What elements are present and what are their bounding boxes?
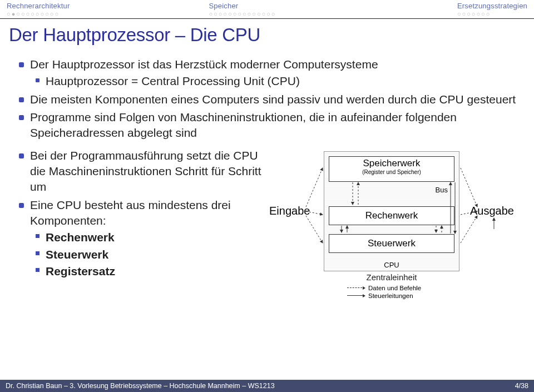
slide-title: Der Hauptprozessor – Die CPU (0, 24, 534, 57)
bullet-1-text: Der Hauptprozessor ist das Herzstück mod… (30, 58, 378, 71)
bullet-1-sub-1: Hauptprozessor = Central Processing Unit… (46, 73, 517, 89)
legend-1-text: Daten und Befehle (368, 285, 421, 291)
speicherwerk-box: Speicherwerk (Register und Speicher) (329, 156, 454, 182)
lower-row: Bei der Programmausführung setzt die CPU… (0, 143, 534, 301)
bullet-3: Programme sind Folgen von Maschineninstr… (30, 110, 517, 141)
legend-row-1: Daten und Befehle (347, 285, 421, 291)
nav-bar: Rechnerarchitektur ○●○○○○○○○○○ Speicher … (0, 0, 534, 17)
steuerwerk-box: Steuerwerk (329, 234, 454, 253)
footer: Dr. Christian Baun – 3. Vorlesung Betrie… (0, 380, 534, 392)
bullet-5-text: Eine CPU besteht aus mindestens drei Kom… (30, 199, 231, 227)
lower-right-col: Eingabe Ausgabe Speicherwerk (Register u… (264, 148, 523, 301)
bullet-5-sub-1: Rechenwerk (46, 230, 264, 245)
nav-section-2[interactable]: Speicher ○○○○○○○○○○○○○○ (70, 2, 457, 17)
dash-arrow-icon (347, 287, 365, 288)
bullet-5: Eine CPU besteht aus mindestens drei Kom… (30, 197, 264, 280)
bullet-5-sub-3: Registersatz (46, 264, 264, 279)
lower-left-col: Bei der Programmausführung setzt die CPU… (30, 148, 264, 282)
zentraleinheit-label: Zentraleinheit (324, 271, 459, 282)
top-divider (0, 18, 534, 19)
ausgabe-label: Ausgabe (470, 205, 514, 217)
legend-row-2: Steuerleitungen (347, 292, 421, 299)
speicherwerk-subtitle: (Register und Speicher) (329, 169, 454, 175)
nav-section-1[interactable]: Rechnerarchitektur ○●○○○○○○○○○ (7, 2, 70, 17)
speicherwerk-title: Speicherwerk (329, 158, 454, 169)
bullet-1: Der Hauptprozessor ist das Herzstück mod… (30, 57, 517, 90)
svg-line-0 (306, 168, 323, 207)
rechenwerk-box: Rechenwerk (329, 206, 454, 225)
bullet-4: Bei der Programmausführung setzt die CPU… (30, 148, 264, 195)
cpu-diagram: Eingabe Ausgabe Speicherwerk (Register u… (269, 151, 514, 301)
nav-section-3[interactable]: Ersetzungsstrategien ○○○○○○○ (457, 2, 527, 17)
diagram-legend: Daten und Befehle Steuerleitungen (347, 285, 421, 300)
zentraleinheit-box: Speicherwerk (Register und Speicher) Bus… (324, 151, 459, 271)
cpu-label: CPU (324, 261, 459, 269)
footer-right: 4/38 (515, 382, 528, 390)
svg-line-3 (461, 168, 477, 207)
solid-arrow-icon (347, 295, 365, 296)
bullet-2: Die meisten Komponenten eines Computers … (30, 92, 517, 107)
footer-left: Dr. Christian Baun – 3. Vorlesung Betrie… (6, 382, 275, 390)
main-bullets: Der Hauptprozessor ist das Herzstück mod… (0, 57, 534, 141)
svg-line-5 (461, 216, 477, 243)
bullet-5-sub-2: Steuerwerk (46, 247, 264, 262)
eingabe-label: Eingabe (269, 205, 310, 217)
nav-label-2: Speicher (209, 2, 457, 10)
nav-label-1: Rechnerarchitektur (7, 2, 70, 10)
nav-dots-1: ○●○○○○○○○○○ (7, 11, 70, 17)
nav-dots-3: ○○○○○○○ (457, 11, 527, 17)
nav-label-3: Ersetzungsstrategien (457, 2, 527, 10)
nav-dots-2: ○○○○○○○○○○○○○○ (209, 11, 457, 17)
svg-line-2 (306, 216, 323, 243)
bus-label: Bus (436, 186, 448, 194)
legend-2-text: Steuerleitungen (368, 292, 413, 299)
